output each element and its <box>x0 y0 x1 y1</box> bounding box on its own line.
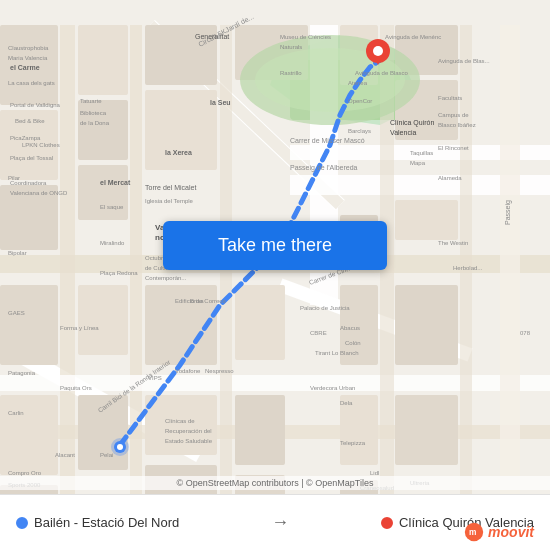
svg-text:La casa dels gats: La casa dels gats <box>8 80 55 86</box>
svg-rect-28 <box>78 165 128 220</box>
svg-text:Blasco Ibáñez: Blasco Ibáñez <box>438 122 476 128</box>
svg-text:Tirant Lo Blanch: Tirant Lo Blanch <box>315 350 358 356</box>
svg-text:Dela: Dela <box>340 400 353 406</box>
svg-rect-32 <box>145 90 217 170</box>
copyright-label: © OpenStreetMap contributors | © OpenMap… <box>177 478 374 488</box>
svg-text:Carlin: Carlin <box>8 410 24 416</box>
svg-text:m: m <box>469 527 476 537</box>
svg-text:Paquita Ors: Paquita Ors <box>60 385 92 391</box>
svg-text:El Rinconet: El Rinconet <box>438 145 469 151</box>
svg-text:Mapa: Mapa <box>410 160 426 166</box>
svg-text:Alacant: Alacant <box>55 452 75 458</box>
svg-text:CBRE: CBRE <box>310 330 327 336</box>
svg-text:Portal de Valldigna: Portal de Valldigna <box>10 102 61 108</box>
map-svg: Circuit 5KJardí de... Passeig de l'Alber… <box>0 0 550 550</box>
destination-dot <box>381 517 393 529</box>
svg-rect-48 <box>395 285 458 365</box>
svg-rect-26 <box>78 25 128 95</box>
svg-text:Passeig: Passeig <box>504 200 512 225</box>
svg-text:el Carme: el Carme <box>10 64 40 71</box>
svg-text:Clínica Quirón: Clínica Quirón <box>390 119 434 127</box>
svg-text:OpenCor: OpenCor <box>348 98 372 104</box>
svg-text:Palacio de Justicia: Palacio de Justicia <box>300 305 350 311</box>
svg-text:de la Dona: de la Dona <box>80 120 110 126</box>
svg-text:la Xerea: la Xerea <box>165 149 192 156</box>
route-arrow: → <box>271 512 289 533</box>
svg-text:Avinguda de Blasco: Avinguda de Blasco <box>355 70 409 76</box>
svg-text:Valenciana de ONGD: Valenciana de ONGD <box>10 190 68 196</box>
svg-text:Plaça del Tossal: Plaça del Tossal <box>10 155 53 161</box>
moovit-text: moovit <box>488 524 534 540</box>
svg-text:Estado Saludable: Estado Saludable <box>165 438 213 444</box>
svg-text:Bed & Bike: Bed & Bike <box>15 118 45 124</box>
svg-text:VIPS: VIPS <box>148 375 162 381</box>
svg-text:Carrer de Misser Mascó: Carrer de Misser Mascó <box>290 137 365 144</box>
svg-text:Recuperación del: Recuperación del <box>165 428 212 434</box>
svg-text:la Seu: la Seu <box>210 99 231 106</box>
svg-text:Generalitat: Generalitat <box>195 33 229 40</box>
svg-text:Contemporàn...: Contemporàn... <box>145 275 187 281</box>
svg-point-54 <box>373 46 383 56</box>
svg-text:Vodafone: Vodafone <box>175 368 201 374</box>
origin-dot <box>16 517 28 529</box>
svg-text:El saque: El saque <box>100 204 124 210</box>
svg-text:Iglesia del Temple: Iglesia del Temple <box>145 198 194 204</box>
svg-point-57 <box>117 444 123 450</box>
svg-text:Passeig de l'Albereda: Passeig de l'Albereda <box>290 164 358 172</box>
svg-text:078: 078 <box>520 330 531 336</box>
svg-text:Avinguda de Menénc: Avinguda de Menénc <box>385 34 441 40</box>
svg-text:Coordinadora: Coordinadora <box>10 180 47 186</box>
svg-text:Barclays: Barclays <box>348 128 371 134</box>
svg-text:Tatuarte: Tatuarte <box>80 98 102 104</box>
svg-rect-29 <box>78 285 128 355</box>
svg-text:Herbolad...: Herbolad... <box>453 265 483 271</box>
svg-text:Bipolar: Bipolar <box>8 250 27 256</box>
svg-text:PicaZampa: PicaZampa <box>10 135 41 141</box>
svg-text:Rastrillo: Rastrillo <box>280 70 302 76</box>
svg-rect-38 <box>235 395 285 465</box>
svg-text:Clínicas de: Clínicas de <box>165 418 195 424</box>
svg-text:GAES: GAES <box>8 310 25 316</box>
svg-rect-23 <box>0 285 58 365</box>
svg-text:Campus de: Campus de <box>438 112 469 118</box>
svg-rect-47 <box>395 200 458 240</box>
svg-text:Verdecora Urban: Verdecora Urban <box>310 385 355 391</box>
svg-text:Torre del Micalet: Torre del Micalet <box>145 184 196 191</box>
svg-rect-19 <box>500 25 520 525</box>
svg-text:Museu de Ciéncies: Museu de Ciéncies <box>280 34 331 40</box>
svg-text:Telepizza: Telepizza <box>340 440 366 446</box>
svg-text:Naturals: Naturals <box>280 44 302 50</box>
svg-text:Taquillas: Taquillas <box>410 150 433 156</box>
svg-rect-49 <box>395 395 458 465</box>
svg-text:Colón: Colón <box>345 340 361 346</box>
svg-text:Brisa: Brisa <box>190 298 204 304</box>
svg-text:Forma y Línea: Forma y Línea <box>60 325 99 331</box>
from-label: Bailén - Estació Del Nord <box>34 515 179 530</box>
svg-text:Plaça Redona: Plaça Redona <box>100 270 138 276</box>
svg-text:LPKN Clothes: LPKN Clothes <box>22 142 60 148</box>
svg-text:Patagonia: Patagonia <box>8 370 36 376</box>
svg-text:Miralindo: Miralindo <box>100 240 125 246</box>
svg-text:The Westin: The Westin <box>438 240 468 246</box>
moovit-logo: m moovit <box>464 522 534 542</box>
svg-rect-34 <box>145 395 217 455</box>
svg-rect-27 <box>78 100 128 160</box>
svg-text:Pelai: Pelai <box>100 452 113 458</box>
svg-rect-37 <box>235 285 285 360</box>
svg-text:Biblioteca: Biblioteca <box>80 110 107 116</box>
moovit-icon: m <box>464 522 484 542</box>
svg-text:Avinguda de Blas...: Avinguda de Blas... <box>438 58 490 64</box>
svg-text:Nespresso: Nespresso <box>205 368 234 374</box>
svg-text:Atenea: Atenea <box>348 80 368 86</box>
svg-text:Claustrophobia: Claustrophobia <box>8 45 49 51</box>
bottom-bar: Bailén - Estació Del Nord → Clínica Quir… <box>0 494 550 550</box>
svg-text:el Mercat: el Mercat <box>100 179 131 186</box>
take-me-there-button[interactable]: Take me there <box>163 221 387 270</box>
svg-text:Maria Valencia: Maria Valencia <box>8 55 48 61</box>
svg-rect-24 <box>0 395 58 475</box>
map-container: Circuit 5KJardí de... Passeig de l'Alber… <box>0 0 550 550</box>
svg-text:Abacus: Abacus <box>340 325 360 331</box>
route-from: Bailén - Estació Del Nord <box>16 515 179 530</box>
svg-text:Alameda: Alameda <box>438 175 462 181</box>
copyright-text: © OpenStreetMap contributors | © OpenMap… <box>0 476 550 490</box>
